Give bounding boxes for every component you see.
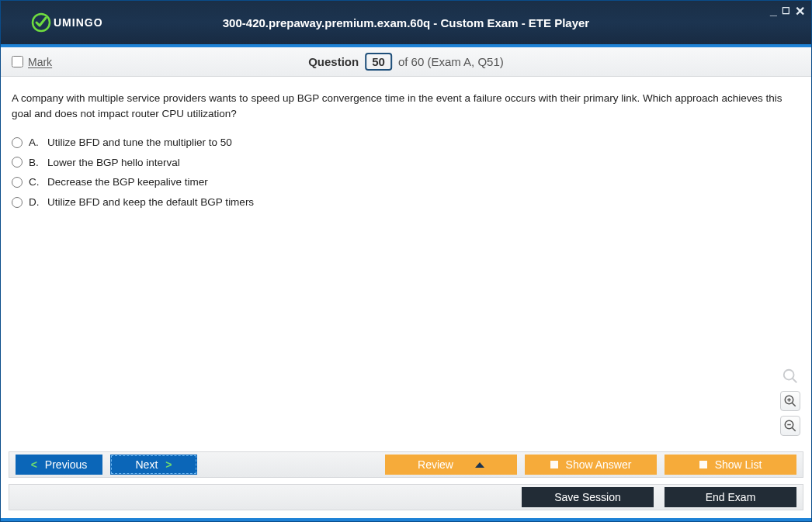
logo-text: UMINGO <box>54 16 103 29</box>
button-label: Previous <box>45 458 87 471</box>
option-b[interactable]: B. Lower the BGP hello interval <box>12 155 800 171</box>
option-letter: A. <box>29 135 41 150</box>
option-radio[interactable] <box>12 157 23 168</box>
triangle-up-icon <box>475 462 484 468</box>
window-title: 300-420.prepaway.premium.exam.60q - Cust… <box>223 16 589 29</box>
question-number: 50 <box>365 53 392 71</box>
button-label: Show List <box>715 458 762 471</box>
button-label: Save Session <box>554 491 621 503</box>
option-radio[interactable] <box>12 177 23 188</box>
logo-check-icon <box>30 12 52 33</box>
chevron-right-icon: > <box>165 458 172 471</box>
mark-label: Mark <box>28 56 52 68</box>
stop-icon <box>550 461 558 468</box>
question-header: Mark Question 50 of 60 (Exam A, Q51) <box>1 47 811 77</box>
option-text: Lower the BGP hello interval <box>47 155 180 171</box>
option-text: Utilize BFD and tune the multiplier to 5… <box>47 135 232 150</box>
app-logo: UMINGO <box>30 12 103 33</box>
svg-line-2 <box>793 379 797 383</box>
maximize-icon[interactable]: ☐ <box>782 5 790 20</box>
save-session-button[interactable]: Save Session <box>522 487 654 507</box>
question-text: A company with multiple service provider… <box>12 91 800 121</box>
svg-point-1 <box>784 370 794 380</box>
stop-icon <box>699 461 707 468</box>
nav-toolbar: < Previous Next > Review Show Answer Sho… <box>9 451 803 478</box>
bottom-divider <box>1 518 811 521</box>
svg-line-8 <box>792 427 796 431</box>
mark-checkbox[interactable] <box>12 56 23 67</box>
search-icon[interactable] <box>780 366 800 386</box>
option-d[interactable]: D. Utilize BFD and keep the default BGP … <box>12 195 800 210</box>
option-radio[interactable] <box>12 137 23 148</box>
svg-line-4 <box>792 403 796 406</box>
option-a[interactable]: A. Utilize BFD and tune the multiplier t… <box>12 135 800 150</box>
option-c[interactable]: C. Decrease the BGP keepalive timer <box>12 175 800 190</box>
titlebar: UMINGO 300-420.prepaway.premium.exam.60q… <box>1 1 811 44</box>
option-text: Utilize BFD and keep the default BGP tim… <box>47 195 254 210</box>
mark-checkbox-wrap[interactable]: Mark <box>12 56 52 68</box>
button-label: Show Answer <box>566 458 632 471</box>
minimize-icon[interactable]: _ <box>770 4 777 19</box>
previous-button[interactable]: < Previous <box>16 455 102 475</box>
show-answer-button[interactable]: Show Answer <box>525 455 657 475</box>
zoom-controls <box>780 366 800 436</box>
button-label: Next <box>136 458 158 471</box>
close-icon[interactable]: ✕ <box>795 4 805 19</box>
next-button[interactable]: Next > <box>110 455 197 475</box>
option-radio[interactable] <box>12 197 23 208</box>
option-letter: C. <box>29 175 41 190</box>
button-label: End Exam <box>706 491 756 503</box>
end-exam-button[interactable]: End Exam <box>665 487 796 507</box>
review-button[interactable]: Review <box>385 455 517 475</box>
option-text: Decrease the BGP keepalive timer <box>47 175 208 190</box>
zoom-out-button[interactable] <box>780 416 800 436</box>
button-label: Review <box>418 458 453 471</box>
question-word: Question <box>308 55 359 68</box>
option-letter: B. <box>29 155 41 171</box>
window-controls: _ ☐ ✕ <box>770 4 805 19</box>
session-toolbar: Save Session End Exam <box>9 484 803 510</box>
question-content: A company with multiple service provider… <box>1 77 811 217</box>
zoom-in-button[interactable] <box>780 391 800 411</box>
question-total: of 60 (Exam A, Q51) <box>398 55 504 68</box>
options-list: A. Utilize BFD and tune the multiplier t… <box>12 135 800 209</box>
option-letter: D. <box>29 195 41 210</box>
chevron-left-icon: < <box>31 458 37 471</box>
question-indicator: Question 50 of 60 (Exam A, Q51) <box>308 53 504 71</box>
show-list-button[interactable]: Show List <box>665 455 796 475</box>
